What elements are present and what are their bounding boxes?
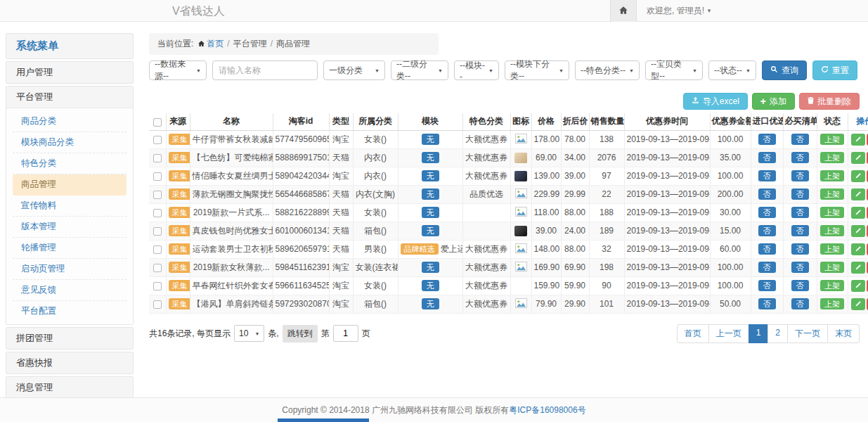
filter-select-5[interactable]: --模块下分类--▼ (505, 60, 569, 80)
import-excel-button[interactable]: 导入excel (683, 93, 748, 110)
sidebar-subitem-2[interactable]: 特色分类 (13, 153, 127, 174)
must-buy-toggle[interactable]: 否 (791, 134, 809, 145)
pager-button-2[interactable]: 1 (749, 324, 769, 343)
sidebar-subitem-1[interactable]: 模块商品分类 (13, 132, 127, 153)
sales-count: 101 (600, 299, 614, 309)
row-checkbox[interactable] (153, 300, 162, 309)
row-checkbox[interactable] (153, 282, 162, 290)
icp-link[interactable]: 粤ICP备16098006号 (509, 405, 585, 415)
sidebar-item-platform-management[interactable]: 平台管理 (6, 87, 133, 108)
search-button[interactable]: 查询 (762, 60, 807, 80)
row-checkbox[interactable] (153, 154, 162, 162)
import-select-toggle[interactable]: 否 (758, 225, 776, 236)
jump-button[interactable]: 跳转到 (283, 325, 318, 343)
pager-button-0[interactable]: 首页 (677, 324, 709, 343)
sidebar-subitem-3[interactable]: 商品管理 (13, 174, 127, 196)
module-name: 爱上运动 (441, 244, 463, 254)
sidebar-item-bottom-1[interactable]: 省惠快报 (6, 352, 134, 374)
filter-select-7[interactable]: --宝贝类型--▼ (645, 60, 703, 80)
edit-button[interactable] (851, 280, 865, 292)
edit-button[interactable] (851, 152, 865, 164)
select-all-checkbox[interactable] (153, 118, 162, 127)
sidebar-item-user-management[interactable]: 用户管理 (6, 61, 134, 84)
filter-select-6[interactable]: --特色分类--▼ (575, 60, 640, 80)
import-select-toggle[interactable]: 否 (758, 280, 776, 291)
page-number-input[interactable] (333, 325, 358, 342)
user-menu[interactable]: 欢迎您, 管理员!▼ (647, 0, 712, 22)
edit-button[interactable] (851, 188, 865, 200)
must-buy-toggle[interactable]: 否 (791, 207, 809, 218)
breadcrumb-home-link[interactable]: 首页 (207, 39, 224, 49)
row-checkbox[interactable] (153, 264, 162, 272)
reset-button[interactable]: 重置 (812, 60, 857, 80)
sidebar-subitem-6[interactable]: 轮播管理 (13, 238, 127, 259)
edit-button[interactable] (851, 298, 865, 310)
must-buy-toggle[interactable]: 否 (791, 243, 809, 255)
pager-button-5[interactable]: 末页 (827, 324, 860, 343)
sidebar-subitem-0[interactable]: 商品分类 (13, 111, 127, 132)
import-select-toggle[interactable]: 否 (758, 298, 776, 309)
column-header-13: 进口优选 (751, 113, 783, 130)
edit-button[interactable] (851, 170, 865, 182)
edit-button[interactable] (851, 262, 865, 274)
filter-select-8[interactable]: --状态--▼ (708, 60, 756, 80)
sidebar-item-bottom-0[interactable]: 拼团管理 (6, 327, 134, 350)
must-buy-toggle[interactable]: 否 (791, 262, 809, 273)
sidebar-subitem-7[interactable]: 启动页管理 (13, 259, 127, 280)
batch-delete-button[interactable]: 批量删除 (799, 93, 860, 110)
import-select-toggle[interactable]: 否 (758, 152, 776, 163)
source-badge: 采集 (169, 170, 190, 181)
import-select-toggle[interactable]: 否 (758, 243, 776, 255)
horizontal-scrollbar-thumb[interactable] (278, 418, 369, 422)
import-select-toggle[interactable]: 否 (758, 207, 776, 218)
edit-button[interactable] (851, 243, 865, 255)
sidebar-subitem-4[interactable]: 宣传物料 (13, 196, 127, 217)
row-checkbox[interactable] (153, 245, 162, 254)
status-button[interactable]: 上架 (820, 262, 844, 273)
row-checkbox[interactable] (153, 227, 162, 236)
import-select-toggle[interactable]: 否 (758, 188, 776, 200)
status-button[interactable]: 上架 (820, 225, 844, 236)
column-header-6: 特色分类 (462, 113, 510, 130)
edit-button[interactable] (851, 207, 865, 219)
status-button[interactable]: 上架 (820, 152, 844, 163)
row-checkbox[interactable] (153, 136, 162, 144)
sidebar-subitem-5[interactable]: 版本管理 (13, 217, 127, 238)
must-buy-toggle[interactable]: 否 (791, 298, 809, 309)
row-checkbox[interactable] (153, 172, 162, 181)
status-button[interactable]: 上架 (820, 280, 844, 291)
import-select-toggle[interactable]: 否 (758, 262, 776, 273)
import-select-toggle[interactable]: 否 (758, 170, 776, 181)
pager-button-3[interactable]: 2 (767, 324, 788, 343)
must-buy-toggle[interactable]: 否 (791, 188, 809, 200)
pager-button-4[interactable]: 下一页 (787, 324, 828, 343)
status-button[interactable]: 上架 (820, 188, 844, 200)
must-buy-toggle[interactable]: 否 (791, 225, 809, 236)
edit-button[interactable] (851, 134, 865, 146)
must-buy-toggle[interactable]: 否 (791, 280, 809, 291)
sidebar-subitem-8[interactable]: 意见反馈 (13, 280, 127, 301)
status-button[interactable]: 上架 (820, 134, 844, 145)
filter-select-3[interactable]: --二级分类--▼ (391, 60, 448, 80)
sidebar-item-bottom-2[interactable]: 消息管理 (6, 376, 134, 397)
filter-select-0[interactable]: --数据来源--▼ (149, 60, 207, 80)
sidebar-subitem-9[interactable]: 平台配置 (13, 301, 127, 321)
must-buy-toggle[interactable]: 否 (791, 152, 809, 163)
filter-select-4[interactable]: --模块--▼ (454, 60, 499, 80)
per-page-select[interactable]: 10▼ (234, 325, 264, 342)
must-buy-toggle[interactable]: 否 (791, 170, 809, 181)
status-button[interactable]: 上架 (820, 170, 844, 181)
sales-count: 138 (600, 134, 614, 144)
row-checkbox[interactable] (153, 209, 162, 217)
edit-button[interactable] (851, 225, 865, 237)
row-checkbox[interactable] (153, 191, 162, 199)
name-search-input[interactable] (212, 60, 318, 80)
import-select-toggle[interactable]: 否 (758, 134, 776, 145)
pager-button-1[interactable]: 上一页 (708, 324, 749, 343)
status-button[interactable]: 上架 (820, 207, 844, 218)
add-button[interactable]: + 添加 (752, 93, 795, 110)
home-button[interactable] (610, 0, 637, 22)
filter-select-2[interactable]: 一级分类▼ (323, 60, 385, 80)
status-button[interactable]: 上架 (820, 298, 844, 309)
status-button[interactable]: 上架 (820, 243, 844, 255)
